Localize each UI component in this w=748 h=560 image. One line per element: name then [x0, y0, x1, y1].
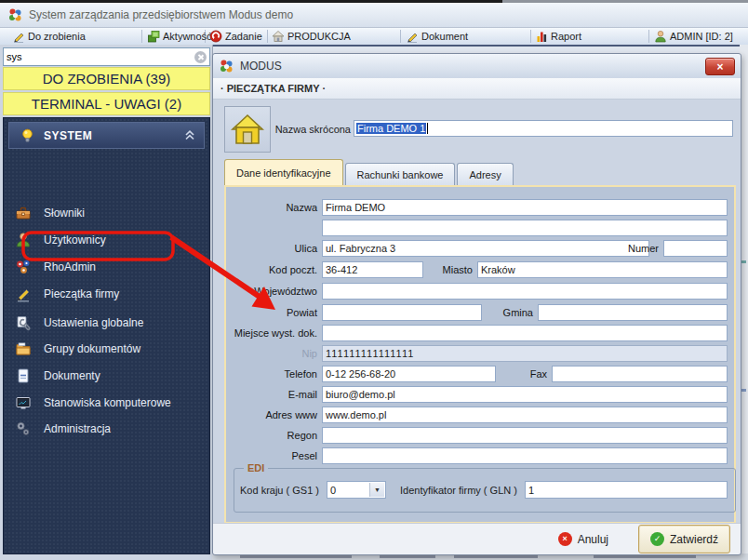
- email-input[interactable]: biuro@demo.pl: [322, 386, 728, 403]
- wojewodztwo-input[interactable]: [322, 283, 728, 300]
- sidebar-item-ustawienia-globalne[interactable]: Ustawienia globalne: [15, 312, 201, 334]
- gln-label: Identyfikator firmy ( GLN ): [400, 482, 517, 499]
- tab-adresy[interactable]: Adresy: [457, 163, 513, 185]
- sidebar: sys DO ZROBIENIA (39) TERMINAL - UWAGI (…: [0, 45, 213, 560]
- kod-poczt-input[interactable]: 36-412: [322, 261, 423, 278]
- form-row-wojewodztwo: Województwo: [226, 283, 734, 300]
- house-icon: [230, 112, 265, 147]
- modus-logo-icon: [7, 7, 23, 23]
- tab-bar: Dane identyfikacyjne Rachunki bankowe Ad…: [224, 160, 514, 185]
- cancel-x-icon: ×: [558, 532, 572, 546]
- chevron-down-icon: ▼: [369, 483, 384, 497]
- kod-kraju-select[interactable]: 0 ▼: [327, 481, 386, 499]
- gmina-input[interactable]: [538, 304, 728, 321]
- fax-label: Fax: [501, 366, 547, 382]
- edi-groupbox: EDI Kod kraju ( GS1 ) 0 ▼ Identyfikator …: [234, 468, 736, 513]
- edi-legend: EDI: [244, 462, 268, 473]
- menu-item-aktywnosc[interactable]: Aktywność: [147, 28, 212, 45]
- tab-rachunki-bankowe[interactable]: Rachunki bankowe: [345, 163, 456, 185]
- dialog-title-bar[interactable]: MODUS ×: [213, 54, 741, 79]
- tab-dane-identyfikacyjne[interactable]: Dane identyfikacyjne: [224, 159, 343, 185]
- menu-item-do-zrobienia[interactable]: Do zrobienia: [12, 28, 86, 45]
- close-icon[interactable]: ×: [705, 58, 735, 75]
- form-row-adres-www: Adres www www.demo.pl: [226, 407, 734, 423]
- pencil-icon: [12, 30, 25, 43]
- miasto-input[interactable]: Kraków: [477, 261, 728, 278]
- user-icon: [15, 232, 32, 248]
- adres-www-input[interactable]: www.demo.pl: [322, 407, 728, 423]
- toolbox-icon: [15, 205, 32, 221]
- form-row-ulica: Ulica ul. Fabryczna 3 Numer: [226, 240, 734, 257]
- miejsce-input[interactable]: [322, 325, 728, 341]
- sidebar-item-slowniki[interactable]: Słowniki: [15, 202, 201, 224]
- adres-www-label: Adres www: [226, 407, 317, 423]
- menu-item-admin[interactable]: ADMIN [ID: 2]: [654, 28, 733, 45]
- house-icon: [272, 30, 285, 43]
- search-clear-icon[interactable]: [194, 51, 207, 63]
- menu-bar: Do zrobienia Aktywność Zadanie: [0, 28, 748, 47]
- sidebar-section-system[interactable]: SYSTEM: [8, 122, 205, 149]
- company-icon-button[interactable]: [224, 106, 271, 153]
- telefon-label: Telefon: [226, 366, 317, 382]
- fax-input[interactable]: [552, 366, 728, 382]
- miejsce-label: Miejsce wyst. dok.: [226, 325, 317, 341]
- sidebar-item-stanowiska-komputerowe[interactable]: Stanowiska komputerowe: [15, 392, 201, 414]
- telefon-input[interactable]: 0-12 256-68-20: [322, 366, 496, 382]
- form-row-kod-miasto: Kod poczt. 36-412 Miasto Kraków: [226, 261, 734, 278]
- sidebar-search-input[interactable]: sys: [3, 47, 210, 66]
- search-value: sys: [4, 51, 194, 62]
- chevron-double-up-icon[interactable]: [183, 128, 196, 141]
- menu-item-raport[interactable]: Raport: [535, 28, 581, 45]
- form-row-telefon-fax: Telefon 0-12 256-68-20 Fax: [226, 366, 734, 382]
- regon-label: Regon: [226, 427, 317, 444]
- nip-label: Nip: [226, 345, 317, 362]
- dialog-header: · PIECZĄTKA FIRMY ·: [213, 78, 741, 100]
- menu-item-dokument[interactable]: Dokument: [406, 28, 468, 45]
- bar-chart-icon: [535, 30, 548, 43]
- short-name-label: Nazwa skrócona: [274, 121, 351, 138]
- layers-icon: [147, 30, 160, 43]
- pencil-icon: [15, 286, 32, 302]
- lightbulb-icon: [20, 128, 34, 143]
- confirm-check-icon: ✓: [650, 532, 664, 546]
- pesel-label: Pesel: [226, 447, 317, 464]
- menu-item-zadanie[interactable]: Zadanie: [209, 28, 262, 45]
- do-zrobienia-button[interactable]: DO ZROBIENIA (39): [3, 67, 210, 90]
- modus-dialog: MODUS × · PIECZĄTKA FIRMY · Nazwa skróco…: [212, 53, 741, 555]
- kod-kraju-label: Kod kraju ( GS1 ): [240, 482, 319, 499]
- nazwa-input[interactable]: Firma DEMO: [322, 199, 728, 216]
- sidebar-nav-panel: SYSTEM Słowniki: [3, 117, 210, 554]
- sidebar-item-grupy-dokumentow[interactable]: Grupy dokumentów: [15, 338, 201, 360]
- pesel-input[interactable]: [322, 447, 728, 464]
- short-name-input[interactable]: Firma DEMO 1: [354, 120, 733, 137]
- nazwa-label: Nazwa: [226, 199, 317, 216]
- sidebar-item-rhoadmin[interactable]: RhoAdmin: [15, 256, 201, 278]
- title-bar: System zarządzania przedsiębiorstwem Mod…: [0, 3, 748, 28]
- sidebar-item-dokumenty[interactable]: Dokumenty: [15, 365, 201, 387]
- text-caret: [427, 123, 428, 134]
- confirm-button[interactable]: ✓ Zatwierdź: [638, 525, 730, 553]
- sidebar-item-administracja[interactable]: Administracja: [15, 418, 201, 440]
- email-label: E-mail: [226, 386, 317, 403]
- powiat-input[interactable]: [322, 304, 482, 321]
- wrench-icon: [15, 314, 32, 331]
- gmina-label: Gmina: [487, 304, 533, 321]
- form-row-miejsce: Miejsce wyst. dok.: [226, 325, 734, 341]
- form-row-nazwa2: [226, 220, 734, 236]
- gln-input[interactable]: 1: [525, 481, 728, 499]
- cancel-button[interactable]: × Anuluj: [558, 532, 608, 546]
- dialog-title: MODUS: [240, 60, 282, 73]
- red-circle-icon: [209, 30, 222, 43]
- regon-input[interactable]: [322, 427, 728, 444]
- numer-input[interactable]: [663, 240, 728, 257]
- dialog-footer: × Anuluj ✓ Zatwierdź: [213, 523, 741, 554]
- nazwa2-input[interactable]: [322, 220, 728, 236]
- wojewodztwo-label: Województwo: [226, 283, 317, 300]
- sidebar-item-uzytkownicy[interactable]: Użytkownicy: [15, 229, 201, 251]
- terminal-uwagi-button[interactable]: TERMINAL - UWAGI (2): [3, 92, 210, 115]
- menu-item-produkcja[interactable]: PRODUKCJA: [272, 28, 351, 45]
- sidebar-item-pieczatka-firmy[interactable]: Pieczątka firmy: [15, 283, 201, 305]
- pencil-icon: [406, 30, 419, 43]
- powiat-label: Powiat: [226, 304, 317, 321]
- monitor-icon: [15, 394, 32, 411]
